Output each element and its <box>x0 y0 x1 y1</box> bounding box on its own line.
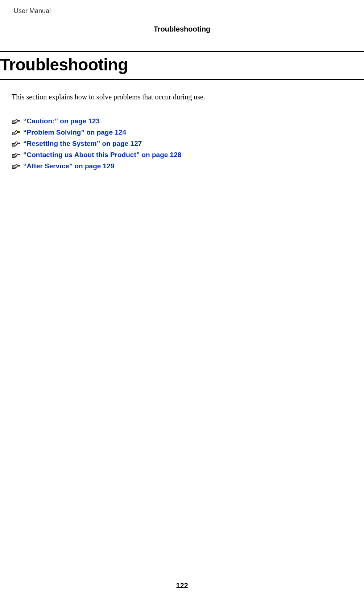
page-number: 122 <box>0 582 364 590</box>
heading-rule-wrapper: Troubleshooting <box>0 51 364 80</box>
cross-reference-link[interactable]: “Contacting us About this Product” on pa… <box>23 151 181 159</box>
intro-paragraph: This section explains how to solve probl… <box>12 93 353 101</box>
cross-reference-item: “After Service” on page 129 <box>12 162 353 170</box>
pointing-hand-icon <box>12 118 20 124</box>
cross-reference-link[interactable]: “Caution:” on page 123 <box>23 117 100 125</box>
pointing-hand-icon <box>12 163 20 169</box>
cross-reference-link[interactable]: “After Service” on page 129 <box>23 162 114 170</box>
cross-reference-list: “Caution:” on page 123 “Problem Solving”… <box>12 117 353 170</box>
pointing-hand-icon <box>12 129 20 136</box>
section-header: Troubleshooting <box>11 25 353 33</box>
pointing-hand-icon <box>12 140 20 147</box>
cross-reference-item: “Problem Solving” on page 124 <box>12 128 353 136</box>
page-heading: Troubleshooting <box>0 55 364 74</box>
cross-reference-item: “Resetting the System” on page 127 <box>12 140 353 148</box>
document-title: User Manual <box>14 7 353 15</box>
document-page: User Manual Troubleshooting Troubleshoot… <box>0 0 364 608</box>
cross-reference-link[interactable]: “Problem Solving” on page 124 <box>23 128 126 136</box>
pointing-hand-icon <box>12 152 20 158</box>
cross-reference-item: “Contacting us About this Product” on pa… <box>12 151 353 159</box>
cross-reference-item: “Caution:” on page 123 <box>12 117 353 125</box>
cross-reference-link[interactable]: “Resetting the System” on page 127 <box>23 140 142 148</box>
